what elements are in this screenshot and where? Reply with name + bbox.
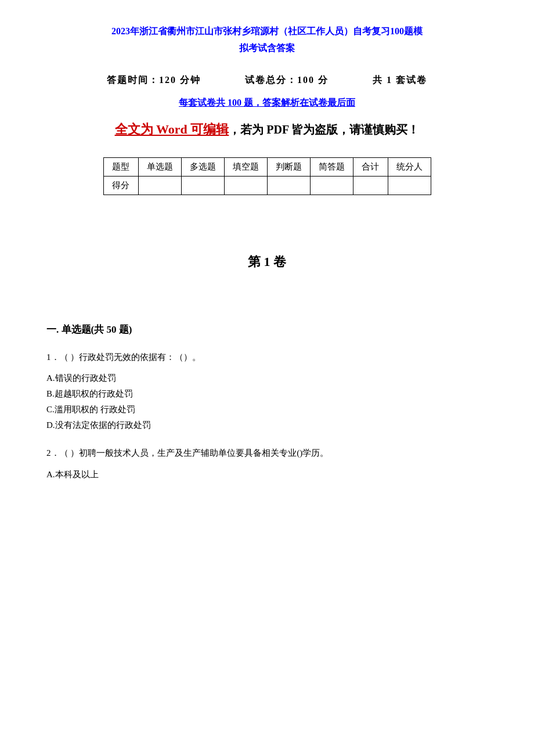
score-val-1 (138, 176, 181, 195)
word-notice: 全文为 Word 可编辑，若为 PDF 皆为盗版，请谨慎购买！ (46, 118, 488, 140)
spacer2 (46, 300, 488, 317)
spacer1 (46, 218, 488, 253)
exam-sets: 共 1 套试卷 (373, 75, 427, 85)
score-val-5 (310, 176, 353, 195)
header-cell-4: 判断题 (267, 157, 310, 176)
option-1-D: D.没有法定依据的行政处罚 (46, 417, 488, 433)
header-cell-0: 题型 (103, 157, 138, 176)
score-table: 题型 单选题 多选题 填空题 判断题 简答题 合计 统分人 得分 (103, 157, 431, 195)
table-header-row: 题型 单选题 多选题 填空题 判断题 简答题 合计 统分人 (103, 157, 431, 176)
volume-title: 第 1 卷 (46, 253, 488, 271)
header-cell-2: 多选题 (181, 157, 224, 176)
header-cell-5: 简答题 (310, 157, 353, 176)
section1-title: 一. 单选题(共 50 题) (46, 323, 488, 336)
question-2-options: A.本科及以上 (46, 467, 488, 483)
score-val-2 (181, 176, 224, 195)
option-1-C: C.滥用职权的 行政处罚 (46, 402, 488, 417)
table-score-row: 得分 (103, 176, 431, 195)
page-title: 2023年浙江省衢州市江山市张村乡琯源村（社区工作人员）自考复习100题模 拟考… (46, 23, 488, 57)
exam-score: 试卷总分：100 分 (245, 75, 329, 85)
header-cell-1: 单选题 (138, 157, 181, 176)
option-1-B: B.超越职权的行政处罚 (46, 386, 488, 402)
score-val-7 (388, 176, 431, 195)
exam-time: 答题时间：120 分钟 (107, 75, 201, 85)
exam-info-bar: 答题时间：120 分钟 试卷总分：100 分 共 1 套试卷 (46, 74, 488, 87)
question-1-options: A.错误的行政处罚 B.超越职权的行政处罚 C.滥用职权的 行政处罚 D.没有法… (46, 370, 488, 433)
score-val-4 (267, 176, 310, 195)
question-2: 2．（ ）初聘一般技术人员，生产及生产辅助单位要具备相关专业()学历。 A.本科… (46, 446, 488, 483)
header-cell-6: 合计 (353, 157, 388, 176)
score-val-3 (224, 176, 267, 195)
header-cell-7: 统分人 (388, 157, 431, 176)
question-1-text: 1．（ ）行政处罚无效的依据有：（）。 (46, 350, 488, 365)
notice-line1: 每套试卷共 100 题，答案解析在试卷最后面 (46, 97, 488, 109)
question-1: 1．（ ）行政处罚无效的依据有：（）。 A.错误的行政处罚 B.超越职权的行政处… (46, 350, 488, 434)
option-1-A: A.错误的行政处罚 (46, 370, 488, 386)
header-cell-3: 填空题 (224, 157, 267, 176)
option-2-A: A.本科及以上 (46, 467, 488, 483)
page-container: 2023年浙江省衢州市江山市张村乡琯源村（社区工作人员）自考复习100题模 拟考… (46, 23, 488, 483)
word-notice-part2: ，若为 PDF 皆为盗版，请谨慎购买！ (229, 123, 419, 136)
word-notice-part1: 全文为 Word 可编辑 (115, 122, 229, 136)
score-val-6 (353, 176, 388, 195)
score-label: 得分 (103, 176, 138, 195)
question-2-text: 2．（ ）初聘一般技术人员，生产及生产辅助单位要具备相关专业()学历。 (46, 446, 488, 461)
